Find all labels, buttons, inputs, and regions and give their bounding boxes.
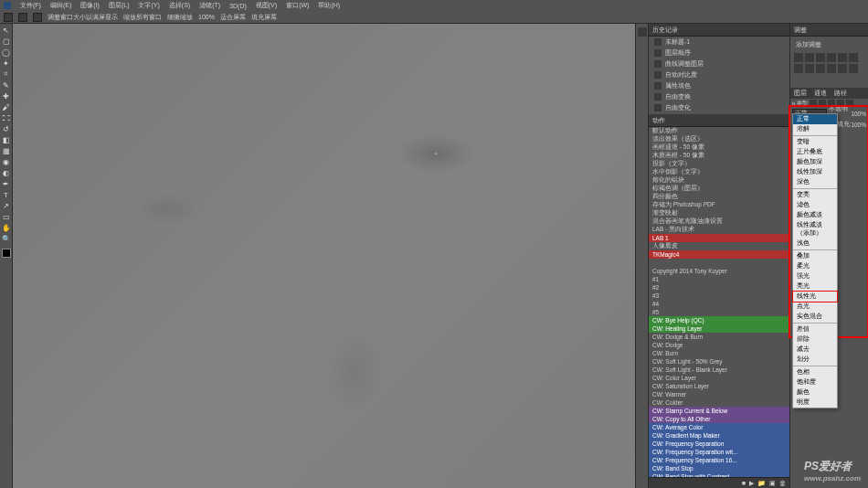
action-item[interactable]: #4 [649,300,789,308]
action-item[interactable]: 存储为 Photoshop PDF [649,201,789,209]
action-item[interactable]: 熔化的铅块 [649,176,789,185]
vibrance-icon[interactable] [838,53,847,62]
action-item[interactable]: CW: Frequency Separation [649,440,789,448]
blend-mode-option[interactable]: 变暗 [793,137,837,147]
tab-channels[interactable]: 通道 [810,89,831,98]
blend-mode-option[interactable]: 颜色 [793,387,837,398]
color-swatch-icon[interactable] [2,249,11,258]
menu-view[interactable]: 视图(V) [256,1,277,10]
opt-zoom-all[interactable]: 缩放所有窗口 [123,13,162,22]
pen-tool-icon[interactable]: ✒ [2,179,11,188]
collapsed-panel-icon[interactable] [638,27,647,37]
blur-tool-icon[interactable]: ◉ [2,157,11,166]
crop-tool-icon[interactable]: ⌗ [2,69,11,79]
blend-mode-option[interactable]: 色相 [793,367,837,377]
shape-tool-icon[interactable]: ▭ [2,212,11,221]
history-brush-icon[interactable]: ↺ [2,124,11,133]
action-item[interactable]: CW: Copy to All Other [649,415,789,423]
action-item[interactable]: CW: Color Layer [649,374,789,382]
brightness-icon[interactable] [794,53,803,62]
action-item[interactable]: 渐变映射 [649,209,789,217]
menu-type[interactable]: 文字(Y) [138,1,159,10]
bw-icon[interactable] [805,64,814,73]
blend-mode-option[interactable]: 正常 [793,114,837,124]
eyedropper-tool-icon[interactable]: ✎ [2,80,11,90]
opt-resize-window[interactable]: 调整窗口大小以满屏显示 [48,13,118,22]
blend-mode-option[interactable]: 实色混合 [793,312,837,322]
action-item[interactable]: CW: Burn [649,349,789,357]
opt-scrubby[interactable]: 细微缩放 [167,13,193,22]
action-item[interactable]: CW: Stamp Current & Below [649,407,789,415]
history-panel-header[interactable]: 历史记录 [649,24,789,37]
heal-tool-icon[interactable]: ✚ [2,91,11,101]
lasso-tool-icon[interactable]: ◯ [2,48,11,57]
exposure-icon[interactable] [827,53,836,62]
move-tool-icon[interactable]: ↖ [2,26,11,35]
adjust-panel-header[interactable]: 调整 [790,24,868,37]
blend-mode-option[interactable]: 点光 [793,302,837,312]
tab-layers[interactable]: 图层 [790,89,810,98]
blend-mode-option[interactable]: 变亮 [793,190,837,200]
blend-mode-option[interactable]: 滤色 [793,200,837,210]
trash-icon[interactable]: 🗑 [779,480,786,486]
action-item[interactable]: 木质画框 - 50 像素 [649,152,789,160]
blend-mode-option[interactable]: 柔光 [793,261,837,271]
blend-mode-option[interactable]: 颜色加深 [793,157,837,167]
path-tool-icon[interactable]: ↗ [2,201,11,210]
action-item[interactable]: 混合器画笔克隆油漆设置 [649,217,789,226]
action-item[interactable]: 画框通道 - 50 像素 [649,143,789,152]
action-item[interactable]: CW: Frequency Separation wit... [649,448,789,456]
play-icon[interactable]: ▶ [749,480,754,487]
action-item[interactable]: Copyright 2014 Tony Kuyper [649,267,789,275]
history-step[interactable]: 自动对比度 [649,69,789,80]
action-item[interactable]: #3 [649,292,789,300]
zoom-tool-icon[interactable]: 🔍 [2,234,11,243]
blend-mode-option[interactable]: 正片叠底 [793,147,837,157]
action-item[interactable]: CW: Saturation Layer [649,382,789,390]
menu-image[interactable]: 图像(I) [80,1,100,10]
invert-icon[interactable] [849,64,858,73]
action-item[interactable]: 淡出效果（选区） [649,135,789,143]
menu-filter[interactable]: 滤镜(T) [199,1,220,10]
history-doc[interactable]: 未标题-1 [649,37,789,48]
filter-adjust-icon[interactable] [819,100,826,107]
action-item[interactable]: TKMagic4 [649,250,789,259]
zoom-out-icon[interactable] [33,13,42,22]
filter-pixel-icon[interactable] [810,100,817,107]
opt-fill[interactable]: 填充屏幕 [251,13,277,22]
photofilter-icon[interactable] [816,64,825,73]
action-item[interactable]: #1 [649,275,789,283]
stamp-tool-icon[interactable]: ⛶ [2,113,11,122]
menu-layer[interactable]: 图层(L) [109,1,130,10]
action-item[interactable]: CW: Frequency Separation 16... [649,456,789,464]
history-step[interactable]: 图层顺序 [649,48,789,58]
type-tool-icon[interactable]: T [2,190,11,199]
blend-mode-option[interactable]: 线性减淡（添加） [793,220,837,239]
blend-mode-option[interactable]: 溶解 [793,124,837,134]
gradient-tool-icon[interactable]: ▦ [2,146,11,155]
menu-window[interactable]: 窗口(W) [286,1,309,10]
huesat-icon[interactable] [849,53,858,62]
curves-icon[interactable] [816,53,825,62]
history-step[interactable]: 自由变换 [649,91,789,102]
action-item[interactable]: CW: Warmer [649,390,789,398]
eraser-tool-icon[interactable]: ◧ [2,135,11,144]
action-item[interactable]: 四分颜色 [649,193,789,201]
blend-mode-option[interactable]: 线性加深 [793,167,837,177]
hand-tool-icon[interactable]: ✋ [2,223,11,232]
blend-mode-option[interactable]: 浅色 [793,239,837,249]
canvas-viewport[interactable] [13,24,635,488]
blend-mode-option[interactable]: 划分 [793,355,837,365]
history-step[interactable]: 属性填色 [649,80,789,91]
actions-panel-header[interactable]: 动作 [649,114,789,127]
action-item[interactable] [649,259,789,267]
blend-mode-option[interactable]: 叠加 [793,251,837,261]
stop-icon[interactable]: ■ [742,480,746,486]
blend-mode-option[interactable]: 强光 [793,271,837,281]
opt-100[interactable]: 100% [198,14,215,20]
opt-fit[interactable]: 适合屏幕 [220,13,246,22]
tool-preset-icon[interactable] [4,13,13,22]
blend-mode-option[interactable]: 明度 [793,398,837,408]
menu-file[interactable]: 文件(F) [20,1,41,10]
action-item[interactable]: CW: Gradient Map Maker [649,431,789,440]
